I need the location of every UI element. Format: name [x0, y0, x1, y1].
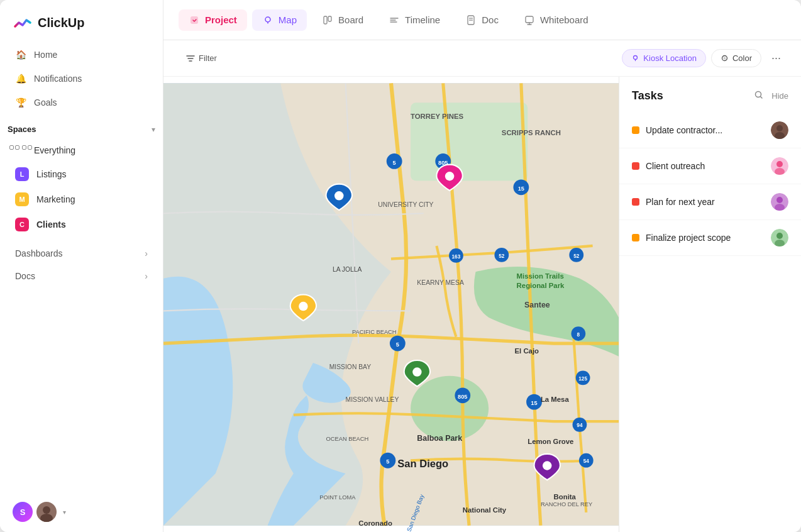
svg-point-72 — [445, 172, 454, 180]
svg-rect-2 — [191, 16, 198, 24]
svg-text:54: 54 — [583, 458, 590, 464]
board-icon — [322, 14, 333, 26]
svg-text:OCEAN BEACH: OCEAN BEACH — [326, 436, 369, 442]
svg-point-0 — [43, 506, 50, 514]
svg-text:MISSION BAY: MISSION BAY — [329, 363, 371, 370]
svg-text:8: 8 — [577, 332, 580, 338]
svg-text:52: 52 — [499, 253, 505, 259]
svg-text:San Diego: San Diego — [397, 458, 448, 470]
task-avatar-3 — [771, 193, 788, 211]
task-avatar-4 — [771, 229, 788, 247]
svg-rect-12 — [526, 16, 533, 23]
task-avatar-2 — [771, 157, 788, 175]
listings-label: Listings — [36, 169, 66, 179]
svg-rect-4 — [324, 16, 327, 24]
tab-doc[interactable]: Doc — [455, 9, 509, 31]
footer-chevron-icon: ▾ — [63, 509, 66, 516]
task-name-3: Plan for next year — [646, 197, 765, 207]
task-status-2 — [632, 162, 639, 170]
tab-map[interactable]: Map — [252, 9, 307, 31]
clients-label: Clients — [36, 219, 66, 230]
tab-board[interactable]: Board — [312, 9, 373, 31]
svg-text:El Cajo: El Cajo — [515, 347, 539, 355]
clients-badge: C — [15, 218, 29, 231]
svg-point-78 — [776, 125, 783, 131]
svg-text:15: 15 — [531, 400, 537, 406]
svg-text:15: 15 — [518, 186, 524, 192]
svg-text:5: 5 — [396, 341, 399, 348]
svg-text:Bonita: Bonita — [554, 493, 577, 501]
color-button[interactable]: Color — [711, 49, 761, 67]
sidebar-item-everything[interactable]: Everything — [8, 139, 155, 162]
sidebar-item-clients[interactable]: C Clients — [8, 212, 155, 237]
svg-text:Regional Park: Regional Park — [517, 282, 565, 289]
tab-project-label: Project — [205, 14, 237, 25]
dashboards-label: Dashboards — [15, 248, 63, 258]
task-item-2[interactable]: Client outreach — [619, 148, 801, 184]
svg-text:5: 5 — [393, 160, 396, 166]
svg-point-13 — [634, 56, 638, 60]
map-container[interactable]: 805 805 15 15 5 5 5 163 — [163, 77, 619, 532]
filter-bar: Filter Kiosk Location Color — [163, 40, 801, 77]
kiosk-location-button[interactable]: Kiosk Location — [622, 49, 706, 67]
svg-point-74 — [412, 367, 421, 376]
svg-text:Coronado: Coronado — [358, 519, 392, 527]
kiosk-pin-icon — [631, 54, 639, 62]
tab-timeline[interactable]: Timeline — [378, 9, 450, 31]
tasks-hide-button[interactable]: Hide — [771, 91, 788, 101]
sidebar-item-marketing[interactable]: M Marketing — [8, 187, 155, 212]
svg-text:805: 805 — [458, 394, 468, 400]
task-item-1[interactable]: Update contractor... — [619, 113, 801, 148]
task-status-4 — [632, 234, 639, 241]
svg-text:Santee: Santee — [524, 301, 550, 309]
svg-text:La Mesa: La Mesa — [541, 396, 570, 403]
svg-text:UNIVERSITY CITY: UNIVERSITY CITY — [378, 201, 433, 208]
sidebar-item-docs[interactable]: Docs › — [8, 265, 155, 287]
svg-rect-5 — [328, 16, 331, 21]
project-icon — [189, 14, 200, 26]
map-icon — [262, 14, 273, 26]
sidebar-footer[interactable]: S ▾ — [0, 492, 163, 532]
svg-text:94: 94 — [577, 423, 583, 428]
tab-whiteboard-label: Whiteboard — [540, 14, 588, 25]
task-item-3[interactable]: Plan for next year — [619, 184, 801, 220]
svg-text:MISSION VALLEY: MISSION VALLEY — [346, 396, 399, 403]
bell-icon: 🔔 — [15, 73, 26, 84]
task-status-3 — [632, 198, 639, 206]
docs-label: Docs — [15, 271, 35, 281]
svg-point-84 — [776, 197, 783, 203]
sidebar: ClickUp 🏠 Home 🔔 Notifications 🏆 Goals S… — [0, 0, 163, 532]
everything-label: Everything — [34, 145, 75, 155]
task-item-4[interactable]: Finalize project scope — [619, 220, 801, 256]
sidebar-item-notifications-label: Notifications — [34, 74, 82, 84]
svg-text:KEARNY MESA: KEARNY MESA — [417, 279, 464, 286]
filter-icon — [186, 54, 195, 63]
sidebar-item-home[interactable]: 🏠 Home — [8, 43, 155, 67]
sidebar-item-notifications[interactable]: 🔔 Notifications — [8, 67, 155, 91]
svg-text:Mission Trails: Mission Trails — [517, 272, 564, 280]
tasks-actions: Hide — [754, 90, 788, 103]
tab-timeline-label: Timeline — [405, 14, 440, 25]
more-options-button[interactable]: ··· — [766, 48, 786, 69]
svg-point-81 — [776, 161, 783, 167]
tab-whiteboard[interactable]: Whiteboard — [514, 9, 599, 31]
svg-text:Lemon Grove: Lemon Grove — [528, 438, 573, 445]
tabs-bar: Project Map Board — [163, 0, 801, 40]
sidebar-item-listings[interactable]: L Listings — [8, 162, 155, 187]
sidebar-item-dashboards[interactable]: Dashboards › — [8, 242, 155, 265]
app-name: ClickUp — [38, 16, 84, 30]
docs-chevron-icon: › — [145, 271, 148, 281]
filter-button[interactable]: Filter — [179, 50, 224, 67]
task-name-1: Update contractor... — [646, 125, 765, 135]
spaces-chevron-icon[interactable]: ▾ — [152, 125, 155, 134]
tasks-search-icon[interactable] — [754, 90, 764, 103]
sidebar-item-goals[interactable]: 🏆 Goals — [8, 91, 155, 114]
doc-icon — [465, 14, 477, 26]
filter-right: Kiosk Location Color ··· — [622, 48, 786, 69]
svg-text:SCRIPPS RANCH: SCRIPPS RANCH — [502, 129, 561, 136]
tab-map-label: Map — [279, 14, 297, 25]
tab-project[interactable]: Project — [179, 9, 247, 31]
spaces-list: Everything L Listings M Marketing C Clie… — [0, 139, 163, 237]
svg-text:Balboa Park: Balboa Park — [417, 434, 462, 443]
spaces-section-header: Spaces ▾ — [0, 114, 163, 139]
